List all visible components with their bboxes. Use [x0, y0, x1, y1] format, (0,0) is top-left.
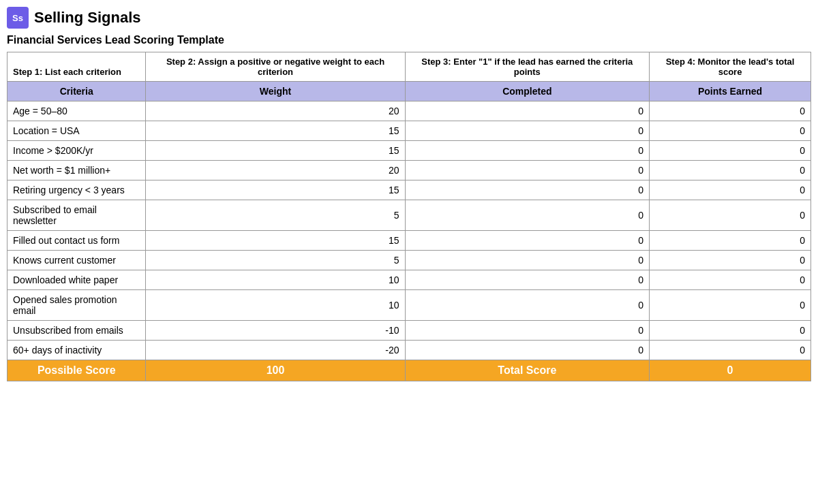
- criteria-cell: Retiring urgency < 3 years: [7, 180, 146, 200]
- logo-text: Ss: [12, 13, 23, 23]
- points-earned-cell: 0: [650, 101, 811, 121]
- criteria-cell: Filled out contact us form: [7, 231, 146, 251]
- points-earned-cell: 0: [650, 121, 811, 141]
- criteria-cell: Income > $200K/yr: [7, 141, 146, 161]
- col-header-row: Criteria Weight Completed Points Earned: [7, 82, 811, 101]
- possible-score-value: 100: [146, 360, 405, 381]
- points-earned-cell: 0: [650, 321, 811, 341]
- completed-cell[interactable]: 0: [405, 321, 649, 341]
- brand-name: Selling Signals: [34, 9, 140, 27]
- table-row: Filled out contact us form1500: [7, 231, 811, 251]
- completed-cell[interactable]: 0: [405, 161, 649, 180]
- points-earned-cell: 0: [650, 141, 811, 161]
- step4-header: Step 4: Monitor the lead's total score: [650, 52, 811, 82]
- points-earned-cell: 0: [650, 200, 811, 231]
- weight-cell: 15: [146, 180, 405, 200]
- criteria-cell: Location = USA: [7, 121, 146, 141]
- completed-cell[interactable]: 0: [405, 270, 649, 290]
- completed-cell[interactable]: 0: [405, 251, 649, 270]
- table-row: Knows current customer500: [7, 251, 811, 270]
- step3-header: Step 3: Enter "1" if the lead has earned…: [405, 52, 649, 82]
- criteria-cell: Downloaded white paper: [7, 270, 146, 290]
- logo-box: Ss: [7, 7, 29, 29]
- criteria-cell: Net worth = $1 million+: [7, 161, 146, 180]
- points-earned-cell: 0: [650, 341, 811, 360]
- points-earned-cell: 0: [650, 180, 811, 200]
- completed-cell[interactable]: 0: [405, 121, 649, 141]
- points-earned-cell: 0: [650, 231, 811, 251]
- total-score-value: 0: [650, 360, 811, 381]
- completed-cell[interactable]: 0: [405, 231, 649, 251]
- completed-cell[interactable]: 0: [405, 101, 649, 121]
- criteria-cell: Subscribed to email newsletter: [7, 200, 146, 231]
- table-row: Retiring urgency < 3 years1500: [7, 180, 811, 200]
- table-row: Age = 50–802000: [7, 101, 811, 121]
- table-row: Income > $200K/yr1500: [7, 141, 811, 161]
- weight-cell: -10: [146, 321, 405, 341]
- completed-col-header: Completed: [405, 82, 649, 101]
- points-earned-cell: 0: [650, 251, 811, 270]
- criteria-col-header: Criteria: [7, 82, 146, 101]
- step1-header: Step 1: List each criterion: [7, 52, 146, 82]
- possible-score-label: Possible Score: [7, 360, 146, 381]
- header: Ss Selling Signals: [7, 7, 811, 29]
- completed-cell[interactable]: 0: [405, 341, 649, 360]
- total-row: Possible Score100Total Score0: [7, 360, 811, 381]
- weight-cell: 5: [146, 251, 405, 270]
- weight-cell: 10: [146, 290, 405, 321]
- weight-cell: 15: [146, 141, 405, 161]
- table-row: Downloaded white paper1000: [7, 270, 811, 290]
- page-title: Financial Services Lead Scoring Template: [7, 34, 811, 46]
- points-earned-cell: 0: [650, 270, 811, 290]
- weight-cell: 15: [146, 231, 405, 251]
- step2-header: Step 2: Assign a positive or negative we…: [146, 52, 405, 82]
- criteria-cell: Knows current customer: [7, 251, 146, 270]
- weight-cell: -20: [146, 341, 405, 360]
- points-earned-cell: 0: [650, 290, 811, 321]
- total-score-label: Total Score: [405, 360, 649, 381]
- criteria-cell: Unsubscribed from emails: [7, 321, 146, 341]
- points-earned-cell: 0: [650, 161, 811, 180]
- weight-cell: 20: [146, 101, 405, 121]
- weight-cell: 10: [146, 270, 405, 290]
- completed-cell[interactable]: 0: [405, 290, 649, 321]
- lead-scoring-table: Step 1: List each criterion Step 2: Assi…: [7, 52, 811, 381]
- criteria-cell: Age = 50–80: [7, 101, 146, 121]
- table-row: Location = USA1500: [7, 121, 811, 141]
- table-row: Subscribed to email newsletter500: [7, 200, 811, 231]
- completed-cell[interactable]: 0: [405, 200, 649, 231]
- weight-col-header: Weight: [146, 82, 405, 101]
- table-row: 60+ days of inactivity-2000: [7, 341, 811, 360]
- completed-cell[interactable]: 0: [405, 180, 649, 200]
- table-row: Unsubscribed from emails-1000: [7, 321, 811, 341]
- points-earned-col-header: Points Earned: [650, 82, 811, 101]
- weight-cell: 15: [146, 121, 405, 141]
- criteria-cell: Opened sales promotion email: [7, 290, 146, 321]
- weight-cell: 5: [146, 200, 405, 231]
- weight-cell: 20: [146, 161, 405, 180]
- table-row: Opened sales promotion email1000: [7, 290, 811, 321]
- table-row: Net worth = $1 million+2000: [7, 161, 811, 180]
- step-header-row: Step 1: List each criterion Step 2: Assi…: [7, 52, 811, 82]
- criteria-cell: 60+ days of inactivity: [7, 341, 146, 360]
- completed-cell[interactable]: 0: [405, 141, 649, 161]
